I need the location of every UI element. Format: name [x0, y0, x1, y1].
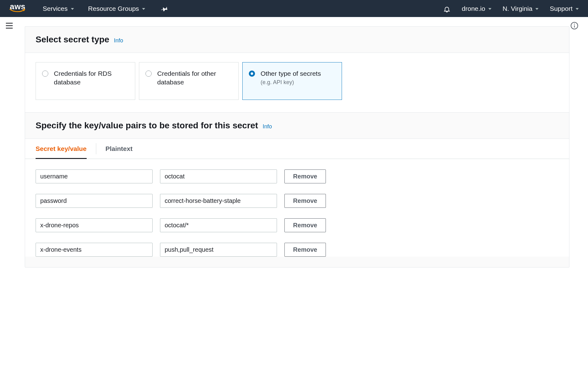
option-other-secrets[interactable]: Other type of secrets (e.g. API key): [242, 62, 342, 100]
nav-account-label: drone.io: [462, 5, 485, 12]
kv-key-input[interactable]: [36, 218, 153, 232]
caret-down-icon: [142, 8, 145, 10]
nav-services[interactable]: Services: [43, 5, 74, 12]
remove-button[interactable]: Remove: [284, 243, 326, 257]
specify-kv-title: Specify the key/value pairs to be stored…: [36, 121, 258, 130]
caret-down-icon: [535, 8, 538, 10]
aws-logo[interactable]: aws: [9, 3, 26, 13]
nav-resource-groups-label: Resource Groups: [88, 5, 139, 12]
kv-row: Remove: [36, 194, 559, 208]
nav-region[interactable]: N. Virginia: [503, 5, 539, 12]
kv-row: Remove: [36, 169, 559, 183]
info-link[interactable]: Info: [114, 37, 123, 44]
tab-plaintext[interactable]: Plaintext: [106, 139, 133, 159]
remove-button[interactable]: Remove: [284, 194, 326, 208]
pin-icon[interactable]: [161, 5, 168, 12]
specify-kv-header: Specify the key/value pairs to be stored…: [25, 112, 569, 139]
svg-point-4: [574, 24, 575, 25]
caret-down-icon: [71, 8, 74, 10]
remove-button[interactable]: Remove: [284, 169, 326, 183]
option-other-db-title: Credentials for other database: [157, 69, 232, 87]
kv-key-input[interactable]: [36, 243, 153, 257]
radio-icon: [249, 71, 255, 77]
top-nav: aws Services Resource Groups drone.io: [0, 0, 588, 17]
select-secret-type-header: Select secret type Info: [25, 27, 569, 53]
tab-secret-kv[interactable]: Secret key/value: [36, 139, 87, 159]
aws-smile-icon: [9, 9, 26, 13]
nav-support-label: Support: [550, 5, 573, 12]
caret-down-icon: [488, 8, 491, 10]
hamburger-icon[interactable]: [3, 19, 15, 32]
tab-separator: [96, 143, 96, 154]
nav-support[interactable]: Support: [550, 5, 579, 12]
kv-row: Remove: [36, 218, 559, 232]
kv-value-input[interactable]: [160, 218, 277, 232]
option-other-secrets-title: Other type of secrets: [261, 69, 321, 78]
option-rds-title: Credentials for RDS database: [54, 69, 129, 87]
kv-key-input[interactable]: [36, 169, 153, 183]
info-panel-icon[interactable]: [568, 19, 581, 32]
nav-account[interactable]: drone.io: [462, 5, 491, 12]
info-link[interactable]: Info: [263, 123, 272, 130]
radio-icon: [42, 71, 48, 77]
select-secret-type-title: Select secret type: [36, 35, 109, 44]
kv-value-input[interactable]: [160, 194, 277, 208]
kv-row: Remove: [36, 243, 559, 257]
caret-down-icon: [576, 8, 579, 10]
kv-pairs: Remove Remove Remove Remove: [25, 159, 569, 257]
remove-button[interactable]: Remove: [284, 218, 326, 232]
secret-panel: Select secret type Info Credentials for …: [25, 26, 569, 267]
radio-icon: [145, 71, 152, 77]
option-rds[interactable]: Credentials for RDS database: [36, 62, 135, 100]
nav-services-label: Services: [43, 5, 68, 12]
bell-icon[interactable]: [443, 5, 451, 12]
nav-region-label: N. Virginia: [503, 5, 533, 12]
kv-value-input[interactable]: [160, 169, 277, 183]
kv-key-input[interactable]: [36, 194, 153, 208]
nav-resource-groups[interactable]: Resource Groups: [88, 5, 145, 12]
kv-value-input[interactable]: [160, 243, 277, 257]
kv-tabs: Secret key/value Plaintext: [25, 139, 569, 159]
option-other-db[interactable]: Credentials for other database: [139, 62, 239, 100]
secret-type-options: Credentials for RDS database Credentials…: [36, 62, 559, 100]
option-other-secrets-subtitle: (e.g. API key): [261, 79, 321, 86]
